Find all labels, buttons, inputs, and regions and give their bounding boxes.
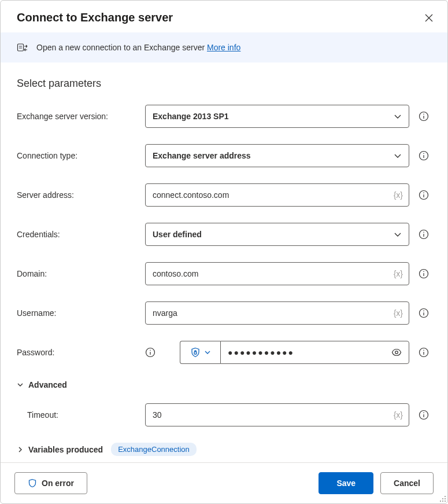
label-credentials: Credentials: (17, 230, 60, 239)
password-type-select[interactable] (180, 341, 220, 364)
variable-chip[interactable]: ExchangeConnection (111, 443, 197, 456)
advanced-toggle[interactable]: Advanced (17, 380, 431, 389)
password-input[interactable]: ●●●●●●●●●●● (220, 341, 409, 364)
section-title: Select parameters (17, 78, 431, 90)
label-connection-type: Connection type: (17, 151, 77, 160)
info-icon[interactable] (419, 308, 429, 318)
domain-input[interactable]: contoso.com {x} (145, 262, 409, 285)
show-password-icon[interactable] (391, 347, 402, 358)
chevron-right-icon (17, 446, 24, 453)
label-exchange-version: Exchange server version: (17, 112, 108, 121)
username-input[interactable]: nvarga {x} (145, 301, 409, 325)
info-icon[interactable] (419, 150, 429, 161)
svg-point-16 (423, 231, 424, 233)
label-server-address: Server address: (17, 190, 74, 200)
resize-grip-icon[interactable] (438, 494, 446, 502)
info-icon[interactable] (419, 268, 429, 279)
info-icon[interactable] (419, 111, 429, 122)
svg-point-35 (445, 498, 446, 499)
svg-point-22 (423, 310, 424, 311)
label-domain: Domain: (17, 269, 47, 278)
server-address-input[interactable]: connect.contoso.com {x} (145, 183, 409, 207)
variable-token-icon[interactable]: {x} (394, 308, 403, 318)
info-icon[interactable] (145, 347, 155, 358)
svg-point-34 (445, 496, 446, 497)
shield-lock-icon (190, 347, 201, 358)
variable-token-icon[interactable]: {x} (394, 410, 403, 420)
chevron-down-icon (17, 381, 24, 388)
variables-produced-toggle[interactable]: Variables produced (17, 445, 103, 454)
banner-text: Open a new connection to an Exchange ser… (36, 43, 240, 52)
save-button[interactable]: Save (319, 472, 373, 494)
chevron-down-icon (204, 349, 211, 356)
svg-point-27 (395, 351, 398, 354)
variable-token-icon[interactable]: {x} (394, 190, 403, 200)
credentials-select[interactable]: User defined (145, 223, 409, 246)
connection-type-select[interactable]: Exchange server address (145, 144, 409, 167)
info-banner: Open a new connection to an Exchange ser… (1, 32, 447, 62)
svg-point-38 (442, 501, 443, 502)
info-icon[interactable] (419, 410, 429, 420)
svg-point-36 (445, 501, 446, 502)
svg-point-33 (423, 412, 424, 413)
svg-point-19 (423, 271, 424, 272)
info-icon[interactable] (419, 347, 429, 358)
svg-point-10 (423, 153, 424, 154)
info-icon[interactable] (419, 190, 429, 200)
svg-rect-26 (194, 352, 197, 354)
chevron-down-icon (394, 112, 402, 120)
cancel-button[interactable]: Cancel (380, 472, 434, 494)
label-password: Password: (17, 348, 54, 357)
timeout-input[interactable]: 30 {x} (145, 403, 409, 426)
svg-point-30 (423, 350, 424, 351)
on-error-button[interactable]: On error (14, 472, 87, 494)
close-icon[interactable] (424, 13, 434, 23)
info-icon[interactable] (419, 229, 429, 240)
shield-icon (28, 479, 37, 488)
svg-rect-2 (18, 44, 24, 51)
svg-point-39 (440, 501, 441, 502)
more-info-link[interactable]: More info (207, 43, 240, 52)
svg-point-25 (150, 350, 151, 351)
exchange-version-select[interactable]: Exchange 2013 SP1 (145, 105, 409, 128)
chevron-down-icon (394, 230, 402, 238)
svg-point-13 (423, 192, 424, 193)
label-timeout: Timeout: (27, 410, 58, 420)
variable-token-icon[interactable]: {x} (394, 269, 403, 278)
svg-point-37 (442, 498, 443, 499)
label-username: Username: (17, 308, 56, 318)
chevron-down-icon (394, 152, 402, 160)
dialog-title: Connect to Exchange server (17, 11, 173, 24)
exchange-action-icon (17, 42, 28, 53)
svg-point-7 (423, 113, 424, 115)
